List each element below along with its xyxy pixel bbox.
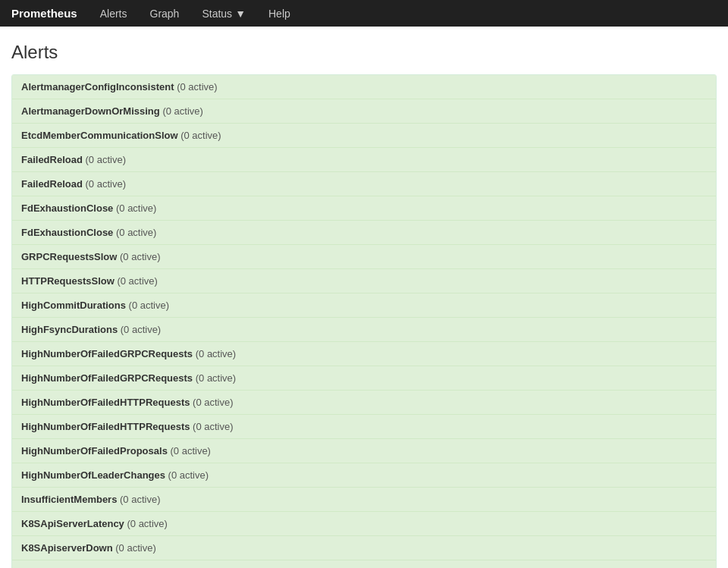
navbar-brand[interactable]: Prometheus (11, 3, 77, 24)
alert-item[interactable]: K8SApiServerLatency (0 active) (12, 512, 716, 536)
alert-count: (0 active) (113, 227, 156, 238)
alert-item[interactable]: HighNumberOfFailedProposals (0 active) (12, 439, 716, 463)
alert-count: (0 active) (193, 372, 236, 384)
alert-item[interactable]: HighNumberOfFailedHTTPRequests (0 active… (12, 415, 716, 439)
alert-item[interactable]: FdExhaustionClose (0 active) (12, 221, 716, 245)
alert-name: FailedReload (21, 154, 83, 165)
nav-link-graph[interactable]: Graph (143, 4, 187, 24)
alert-count: (0 active) (174, 81, 218, 93)
alert-name: FailedReload (21, 178, 83, 190)
alert-item[interactable]: AlertmanagerConfigInconsistent (0 active… (12, 75, 716, 99)
nav-link-alerts[interactable]: Alerts (93, 4, 135, 24)
alert-item[interactable]: AlertmanagerDownOrMissing (0 active) (12, 99, 716, 124)
alert-name: HighNumberOfFailedHTTPRequests (21, 397, 190, 408)
alert-count: (0 active) (190, 421, 233, 432)
alert-item[interactable]: FdExhaustionClose (0 active) (12, 196, 716, 221)
nav-link-help[interactable]: Help (261, 4, 298, 24)
alert-name: GRPCRequestsSlow (21, 251, 117, 262)
alert-item[interactable]: FailedReload (0 active) (12, 148, 716, 172)
alert-item[interactable]: HighFsyncDurations (0 active) (12, 318, 716, 342)
alert-item[interactable]: HighNumberOfFailedGRPCRequests (0 active… (12, 342, 716, 366)
alert-count: (0 active) (113, 202, 156, 214)
alert-name: K8SApiServerLatency (21, 518, 124, 529)
alert-name: HighNumberOfFailedProposals (21, 445, 168, 457)
alert-count: (0 active) (168, 445, 211, 457)
alert-count: (0 active) (118, 324, 161, 335)
navbar: Prometheus Alerts Graph Status ▼ Help (0, 0, 728, 27)
alert-count: (0 active) (83, 154, 126, 165)
alert-name: HighNumberOfFailedHTTPRequests (21, 421, 190, 432)
alert-count: (0 active) (193, 348, 236, 359)
alert-name: FdExhaustionClose (21, 202, 113, 214)
alert-count: (0 active) (126, 300, 169, 311)
alert-item[interactable]: K8SApiserverDown (0 active) (12, 536, 716, 560)
main-content: Alerts AlertmanagerConfigInconsistent (0… (0, 27, 728, 568)
alert-name: HTTPRequestsSlow (21, 275, 115, 287)
alert-name: HighNumberOfLeaderChanges (21, 469, 165, 481)
chevron-down-icon: ▼ (235, 8, 246, 20)
alert-name: HighCommitDurations (21, 300, 126, 311)
alert-item[interactable]: EtcdMemberCommunicationSlow (0 active) (12, 124, 716, 148)
alert-count: (0 active) (117, 494, 160, 505)
alert-item[interactable]: K8SControllerManagerDown (0 active) (12, 560, 716, 568)
alerts-list: AlertmanagerConfigInconsistent (0 active… (11, 74, 717, 568)
alert-item[interactable]: FailedReload (0 active) (12, 172, 716, 196)
alert-count: (0 active) (83, 178, 126, 190)
alert-item[interactable]: InsufficientMembers (0 active) (12, 488, 716, 512)
alert-item[interactable]: HighNumberOfLeaderChanges (0 active) (12, 463, 716, 488)
nav-dropdown-status[interactable]: Status ▼ (194, 4, 253, 24)
alert-name: K8SApiserverDown (21, 542, 113, 554)
alert-count: (0 active) (115, 275, 158, 287)
page-title: Alerts (11, 42, 717, 63)
alert-count: (0 active) (117, 251, 160, 262)
alert-item[interactable]: GRPCRequestsSlow (0 active) (12, 245, 716, 269)
alert-item[interactable]: HTTPRequestsSlow (0 active) (12, 269, 716, 293)
alert-count: (0 active) (160, 105, 203, 117)
alert-count: (0 active) (190, 397, 233, 408)
alert-name: AlertmanagerDownOrMissing (21, 105, 160, 117)
alert-count: (0 active) (165, 469, 209, 481)
alert-count: (0 active) (178, 130, 221, 141)
alert-item[interactable]: HighNumberOfFailedGRPCRequests (0 active… (12, 366, 716, 391)
alert-name: HighFsyncDurations (21, 324, 118, 335)
alert-count: (0 active) (124, 518, 168, 529)
nav-dropdown-status-label: Status (202, 8, 232, 20)
alert-name: HighNumberOfFailedGRPCRequests (21, 372, 193, 384)
alert-count: (0 active) (113, 542, 156, 554)
alert-name: InsufficientMembers (21, 494, 117, 505)
alert-name: FdExhaustionClose (21, 227, 113, 238)
alert-name: HighNumberOfFailedGRPCRequests (21, 348, 193, 359)
alert-item[interactable]: HighNumberOfFailedHTTPRequests (0 active… (12, 391, 716, 415)
alert-name: EtcdMemberCommunicationSlow (21, 130, 178, 141)
alert-item[interactable]: HighCommitDurations (0 active) (12, 293, 716, 318)
alert-name: AlertmanagerConfigInconsistent (21, 81, 174, 93)
